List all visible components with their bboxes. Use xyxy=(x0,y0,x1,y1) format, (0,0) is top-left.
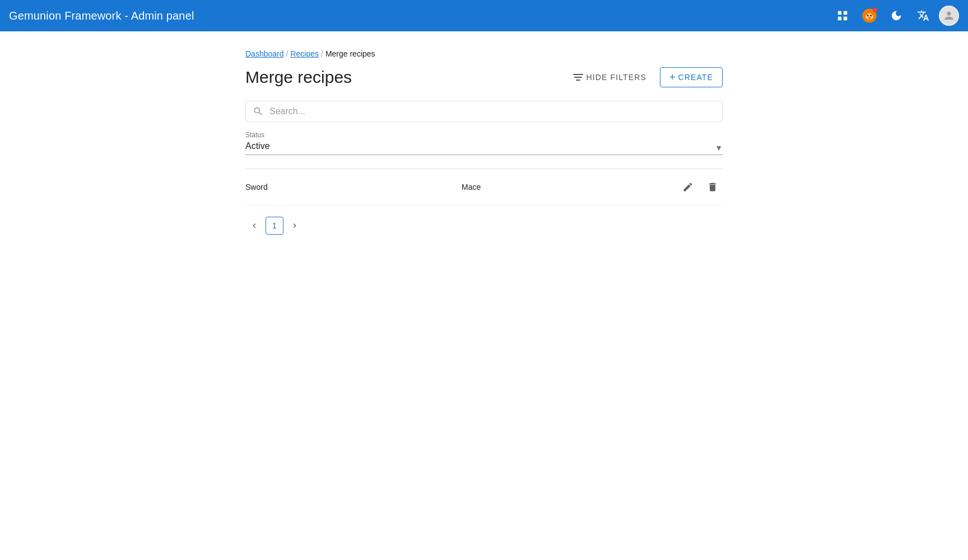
svg-point-6 xyxy=(868,17,871,19)
pagination: 1 xyxy=(245,217,723,235)
chevron-right-icon xyxy=(290,221,299,230)
search-icon xyxy=(253,106,264,117)
edit-icon xyxy=(682,181,694,193)
hide-filters-button[interactable]: HIDE FILTERS xyxy=(566,68,653,86)
create-label: CREATE xyxy=(678,73,713,82)
cell-ingredient-1: Sword xyxy=(245,183,462,192)
filter-section: Status Active Inactive All ▼ xyxy=(245,131,723,155)
fox-icon-button[interactable] xyxy=(858,4,881,27)
chevron-left-icon xyxy=(250,221,259,230)
pagination-next[interactable] xyxy=(286,217,304,235)
pagination-page-1[interactable]: 1 xyxy=(266,217,283,235)
grid-icon xyxy=(836,10,849,22)
breadcrumb-recipes[interactable]: Recipes xyxy=(290,49,319,58)
delete-button[interactable] xyxy=(702,177,723,197)
search-input[interactable] xyxy=(269,106,715,116)
breadcrumb-dashboard[interactable]: Dashboard xyxy=(245,49,284,58)
avatar-icon xyxy=(943,10,955,22)
breadcrumb-sep-2: / xyxy=(321,49,323,58)
header-icon-group xyxy=(831,4,959,27)
notification-dot xyxy=(873,8,877,12)
edit-button[interactable] xyxy=(678,177,698,197)
svg-point-4 xyxy=(867,15,869,17)
status-select-container: Active Inactive All ▼ xyxy=(245,141,723,155)
app-title: Gemunion Framework - Admin panel xyxy=(9,10,194,22)
header-actions: HIDE FILTERS + CREATE xyxy=(566,67,723,87)
filter-icon xyxy=(573,73,583,81)
grid-icon-button[interactable] xyxy=(831,4,854,27)
pagination-prev[interactable] xyxy=(245,217,263,235)
cell-ingredient-2: Mace xyxy=(462,183,678,192)
theme-icon-button[interactable] xyxy=(885,4,908,27)
app-header: Gemunion Framework - Admin panel xyxy=(0,0,968,31)
theme-icon xyxy=(890,10,902,22)
main-content: Dashboard / Recipes / Merge recipes Merg… xyxy=(232,31,736,253)
row-actions xyxy=(678,177,723,197)
page-header: Merge recipes HIDE FILTERS + CREATE xyxy=(245,67,723,87)
create-button[interactable]: + CREATE xyxy=(660,67,723,87)
status-filter-label: Status xyxy=(245,131,723,139)
status-select[interactable]: Active Inactive All xyxy=(245,141,723,151)
breadcrumb-current: Merge recipes xyxy=(325,49,375,58)
search-container xyxy=(245,101,723,122)
plus-icon: + xyxy=(669,72,676,82)
delete-icon xyxy=(707,181,718,193)
table-row: Sword Mace xyxy=(245,169,723,206)
hide-filters-label: HIDE FILTERS xyxy=(587,73,646,82)
breadcrumb: Dashboard / Recipes / Merge recipes xyxy=(245,49,723,58)
page-title: Merge recipes xyxy=(245,68,352,87)
translate-icon xyxy=(917,10,929,22)
avatar-icon-button[interactable] xyxy=(939,6,959,26)
translate-icon-button[interactable] xyxy=(912,4,934,27)
breadcrumb-sep-1: / xyxy=(286,49,288,58)
svg-point-5 xyxy=(870,15,872,17)
